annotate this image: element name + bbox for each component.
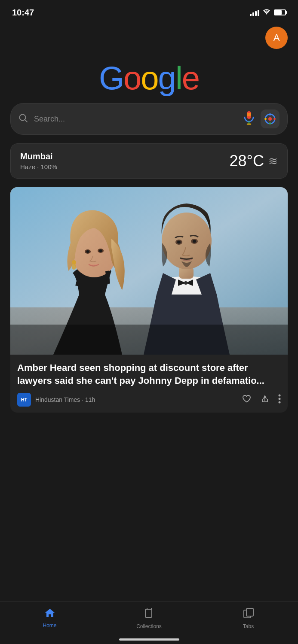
weather-condition: Haze · 100% [20, 163, 57, 170]
weather-waves-icon: ≋ [268, 155, 278, 168]
home-icon [44, 608, 55, 620]
svg-point-29 [177, 241, 181, 244]
collections-label: Collections [136, 623, 162, 629]
svg-point-34 [279, 398, 281, 400]
weather-right: 28°C ≋ [230, 152, 278, 170]
weather-temperature: 28°C [230, 152, 264, 170]
search-input[interactable]: Search... [34, 115, 237, 124]
bottom-nav: Home Collections Tabs [0, 601, 298, 644]
share-icon[interactable] [260, 394, 270, 406]
svg-point-30 [193, 240, 196, 243]
svg-point-19 [99, 249, 102, 252]
svg-rect-11 [273, 118, 276, 120]
nav-tabs[interactable]: Tabs [199, 608, 298, 629]
svg-rect-36 [145, 609, 152, 617]
status-icons [250, 9, 286, 16]
like-icon[interactable] [242, 395, 252, 405]
search-icon [18, 113, 28, 125]
google-lens-icon[interactable] [261, 109, 280, 128]
tabs-icon [243, 608, 254, 621]
avatar[interactable]: A [265, 27, 288, 49]
svg-point-7 [268, 117, 272, 121]
svg-line-23 [107, 271, 108, 284]
news-footer: HT Hindustan Times · 11h [17, 393, 281, 407]
news-source-logo: HT [17, 393, 31, 407]
weather-left: Mumbai Haze · 100% [20, 152, 57, 170]
svg-rect-10 [264, 118, 267, 120]
google-logo-container: Google [0, 49, 298, 103]
news-card[interactable]: Amber Heard seen shopping at discount st… [10, 187, 288, 413]
header: A [0, 22, 298, 49]
tabs-label: Tabs [243, 623, 254, 629]
nav-collections[interactable]: Collections [99, 608, 199, 629]
wifi-icon [263, 9, 270, 16]
svg-line-1 [25, 119, 28, 122]
battery-icon [274, 9, 286, 15]
status-bar: 10:47 [0, 0, 298, 22]
svg-rect-5 [247, 113, 251, 116]
svg-point-21 [72, 264, 76, 270]
svg-rect-40 [246, 608, 253, 616]
news-source: HT Hindustan Times · 11h [17, 393, 95, 407]
svg-point-33 [279, 394, 281, 396]
svg-rect-9 [269, 122, 271, 125]
google-logo: Google [99, 62, 199, 94]
news-title: Amber Heard seen shopping at discount st… [17, 361, 281, 387]
svg-point-18 [86, 250, 89, 253]
more-options-icon[interactable] [278, 394, 281, 406]
svg-point-35 [279, 401, 281, 403]
home-label: Home [43, 623, 56, 629]
news-actions [242, 394, 281, 406]
svg-rect-31 [10, 325, 288, 355]
news-content: Amber Heard seen shopping at discount st… [10, 355, 288, 413]
signal-icon [250, 9, 259, 16]
home-indicator [119, 638, 179, 641]
news-image [10, 187, 288, 355]
nav-home[interactable]: Home [0, 608, 99, 629]
status-time: 10:47 [12, 8, 34, 18]
collections-icon [144, 608, 154, 621]
weather-card[interactable]: Mumbai Haze · 100% 28°C ≋ [10, 143, 288, 179]
news-source-text: Hindustan Times · 11h [35, 396, 95, 403]
search-bar-container: Search... [0, 103, 298, 135]
voice-search-icon[interactable] [243, 111, 255, 127]
svg-point-24 [184, 281, 187, 285]
search-bar[interactable]: Search... [10, 103, 288, 135]
weather-city: Mumbai [20, 152, 57, 161]
svg-rect-8 [269, 113, 271, 115]
